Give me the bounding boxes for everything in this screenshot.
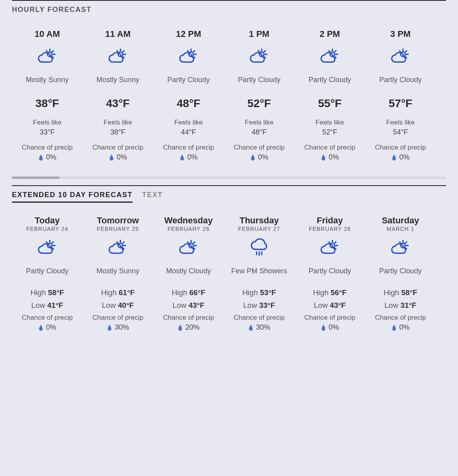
high-temp: High 56°F [298, 288, 362, 297]
hour-temp: 55°F [298, 97, 362, 110]
svg-line-68 [400, 242, 400, 243]
partly-sunny-icon [108, 238, 128, 259]
svg-line-21 [264, 51, 265, 52]
day-date: FEBRUARY 28 [298, 226, 362, 232]
svg-line-3 [52, 51, 53, 52]
hourly-scrollbar[interactable] [12, 177, 446, 179]
day-name: Wednesday [156, 215, 221, 226]
hour-time: 2 PM [298, 29, 362, 39]
svg-line-60 [335, 242, 336, 243]
raindrop-icon [38, 324, 44, 331]
hourly-card[interactable]: 10 AM Mostly Sunny 38°F Feels like 33°F … [12, 27, 83, 163]
daily-card[interactable]: Friday FEBRUARY 28 Partly Cloudy High 56… [294, 214, 365, 333]
hourly-scrollbar-thumb[interactable] [12, 177, 60, 179]
hour-time: 3 PM [368, 29, 433, 39]
precip-row: 30% [86, 323, 150, 332]
partly-sunny-icon [178, 47, 199, 68]
precip-row: 0% [298, 323, 362, 332]
svg-line-35 [400, 51, 400, 52]
day-name: Today [15, 215, 79, 226]
precip-label: Chance of precip [227, 314, 291, 322]
feels-like-value: 33°F [15, 128, 79, 136]
weather-icon-holder [298, 46, 362, 69]
weather-icon-holder [15, 46, 79, 69]
precip-label: Chance of precip [368, 144, 433, 152]
hour-condition: Mostly Sunny [15, 76, 79, 85]
precip-label: Chance of precip [15, 144, 79, 152]
high-temp: High 58°F [368, 288, 433, 297]
svg-line-23 [258, 51, 259, 52]
day-condition: Mostly Sunny [86, 267, 150, 276]
partly-sunny-icon [390, 47, 411, 68]
day-name: Thursday [227, 215, 291, 226]
daily-card[interactable]: Thursday FEBRUARY 27 Few PM Showers High… [224, 214, 294, 333]
precip-label: Chance of precip [227, 144, 291, 152]
weather-icon-holder [156, 238, 221, 260]
hourly-scroll-row[interactable]: 10 AM Mostly Sunny 38°F Feels like 33°F … [12, 27, 446, 163]
svg-line-33 [406, 51, 406, 52]
precip-label: Chance of precip [156, 314, 221, 322]
precip-row: 0% [368, 323, 433, 332]
precip-row: 0% [368, 153, 433, 161]
precip-value: 20% [185, 323, 200, 332]
weather-icon-holder [368, 46, 433, 69]
precip-label: Chance of precip [86, 314, 150, 322]
weather-icon-holder [368, 238, 433, 260]
partly-sunny-icon [37, 238, 58, 259]
svg-line-27 [335, 51, 336, 52]
hour-condition: Partly Cloudy [227, 76, 291, 85]
extended-scroll-row[interactable]: Today FEBRUARY 24 Partly Cloudy High 58°… [12, 214, 446, 333]
daily-card[interactable]: Wednesday FEBRUARY 26 Mostly Cloudy High… [153, 214, 224, 333]
hourly-card[interactable]: 11 AM Mostly Sunny 43°F Feels like 38°F … [83, 27, 153, 163]
feels-like-value: 52°F [298, 128, 362, 136]
hourly-card[interactable]: 3 PM Partly Cloudy 57°F Feels like 54°F … [365, 27, 436, 163]
partly-sunny-icon [319, 238, 340, 259]
svg-line-5 [46, 51, 47, 52]
hour-time: 10 AM [15, 29, 79, 39]
svg-line-62 [329, 242, 330, 243]
precip-label: Chance of precip [298, 144, 362, 152]
svg-line-45 [123, 242, 124, 243]
feels-like-value: 44°F [156, 128, 221, 136]
day-date: FEBRUARY 26 [156, 226, 221, 232]
day-date: MARCH 1 [368, 226, 433, 232]
hourly-card[interactable]: 2 PM Partly Cloudy 55°F Feels like 52°F … [294, 27, 365, 163]
precip-label: Chance of precip [15, 314, 79, 322]
feels-like-label: Feels like [227, 119, 291, 127]
hourly-card[interactable]: 1 PM Partly Cloudy 52°F Feels like 48°F … [224, 27, 294, 163]
svg-line-47 [117, 242, 118, 243]
svg-line-41 [46, 242, 47, 243]
precip-value: 0% [46, 153, 56, 161]
extended-tabs: EXTENDED 10 DAY FORECAST TEXT [12, 191, 446, 206]
precip-row: 20% [156, 323, 221, 332]
feels-like-label: Feels like [15, 119, 79, 127]
svg-line-66 [406, 242, 406, 243]
precip-value: 0% [117, 153, 127, 161]
precip-row: 0% [298, 153, 362, 161]
hour-temp: 57°F [368, 97, 433, 110]
daily-card[interactable]: Tomorrow FEBRUARY 25 Mostly Sunny High 6… [83, 214, 153, 333]
feels-like-value: 54°F [368, 128, 433, 136]
precip-row: 0% [227, 153, 291, 161]
day-date: FEBRUARY 24 [15, 226, 79, 232]
day-name: Friday [298, 215, 362, 226]
svg-line-17 [188, 51, 189, 52]
svg-line-15 [194, 51, 194, 52]
weather-icon-holder [156, 46, 221, 69]
hourly-card[interactable]: 12 PM Partly Cloudy 48°F Feels like 44°F… [153, 27, 224, 163]
partly-sunny-icon [390, 238, 411, 259]
daily-card[interactable]: Saturday MARCH 1 Partly Cloudy High 58°F… [365, 214, 436, 333]
tab-text[interactable]: TEXT [142, 191, 163, 203]
daily-card[interactable]: Today FEBRUARY 24 Partly Cloudy High 58°… [12, 214, 83, 333]
precip-row: 0% [15, 153, 79, 161]
hourly-title: HOURLY FORECAST [12, 6, 92, 16]
weather-icon-holder [227, 46, 291, 69]
svg-line-29 [329, 51, 330, 52]
precip-value: 0% [46, 323, 56, 332]
weather-icon-holder [86, 46, 150, 69]
tab-extended[interactable]: EXTENDED 10 DAY FORECAST [12, 191, 133, 203]
hour-time: 12 PM [156, 29, 221, 39]
weather-icon-holder [86, 238, 150, 260]
feels-like-value: 38°F [86, 128, 150, 136]
high-temp: High 53°F [227, 288, 291, 297]
